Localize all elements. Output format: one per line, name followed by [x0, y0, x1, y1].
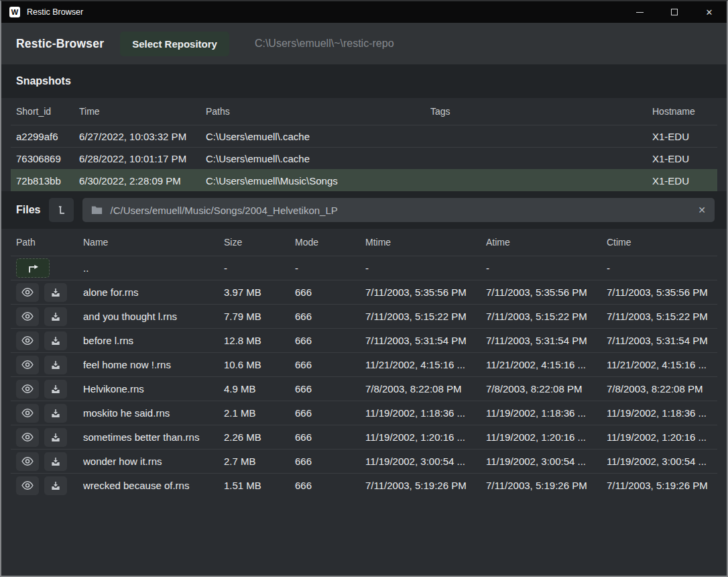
clear-path-icon[interactable]: ✕	[691, 205, 706, 215]
file-cell-mode: 666	[295, 456, 365, 467]
maximize-icon	[671, 9, 678, 15]
download-file-button[interactable]	[44, 428, 67, 447]
snapshots-table: Short_id Time Paths Tags Hostname a2299a…	[1, 98, 727, 191]
file-cell-mode: 666	[295, 383, 365, 395]
preview-file-button[interactable]	[16, 380, 39, 399]
repository-path: C:\Users\emuell\~\restic-repo	[255, 38, 394, 50]
file-cell-size: 7.79 MB	[224, 311, 295, 322]
file-cell-mode: 666	[295, 480, 365, 491]
file-cell-mtime: 7/11/2003, 5:19:26 PM	[365, 480, 486, 491]
file-cell-ctime: 11/21/2002, 4:15:16 ...	[607, 359, 717, 370]
preview-file-button[interactable]	[16, 283, 39, 302]
download-file-button[interactable]	[44, 452, 67, 471]
download-icon	[50, 360, 61, 370]
snapshot-row[interactable]: 763068696/28/2022, 10:01:17 PMC:\Users\e…	[11, 147, 717, 169]
snapshots-heading: Snapshots	[16, 75, 71, 87]
file-path-bar[interactable]: /C/Users/emuell/Music/Songs/2004_Helveti…	[82, 198, 715, 222]
preview-file-button[interactable]	[16, 476, 39, 495]
snapshots-table-body: a2299af66/27/2022, 10:03:32 PMC:\Users\e…	[1, 125, 727, 191]
file-actions	[16, 307, 83, 326]
file-cell-name: alone for.rns	[83, 286, 224, 298]
download-icon	[50, 311, 61, 322]
file-cell-mode: 666	[295, 431, 365, 443]
download-icon	[50, 335, 61, 346]
download-file-button[interactable]	[44, 356, 67, 374]
file-cell-mtime: 7/11/2003, 5:15:22 PM	[365, 311, 486, 322]
download-icon	[50, 480, 61, 491]
eye-icon	[21, 480, 34, 490]
download-icon	[50, 384, 61, 395]
eye-icon	[21, 311, 34, 321]
eye-icon	[21, 384, 34, 394]
app-title: Restic-Browser	[16, 37, 104, 51]
download-file-button[interactable]	[44, 380, 67, 399]
file-cell-size: 2.7 MB	[224, 456, 295, 467]
download-icon	[50, 408, 61, 419]
preview-file-button[interactable]	[16, 331, 39, 350]
file-cell-atime: 11/21/2002, 4:15:16 ...	[486, 359, 607, 370]
download-icon	[50, 287, 61, 298]
file-cell-mtime: 11/19/2002, 1:18:36 ...	[365, 407, 486, 419]
snapshots-section-header: Snapshots	[1, 64, 727, 98]
snapshot-row[interactable]: 72b813bb6/30/2022, 2:28:09 PMC:\Users\em…	[11, 169, 717, 191]
file-cell-size: 2.26 MB	[224, 431, 295, 443]
app-header: Restic-Browser Select Repository C:\User…	[1, 23, 727, 64]
file-actions	[16, 380, 83, 399]
navigate-up-button[interactable]	[16, 258, 50, 278]
file-actions	[16, 404, 83, 423]
file-row: sometimes better than.rns2.26 MB66611/19…	[11, 425, 717, 449]
column-header-atime: Atime	[486, 237, 607, 248]
file-row: wonder how it.rns2.7 MB66611/19/2002, 3:…	[11, 449, 717, 473]
file-cell-name: wonder how it.rns	[83, 456, 224, 467]
select-repository-button[interactable]: Select Repository	[120, 32, 229, 56]
parent-dir-row: .. - - - - -	[11, 256, 717, 280]
eye-icon	[21, 287, 34, 297]
eye-icon	[21, 360, 34, 370]
preview-file-button[interactable]	[16, 356, 39, 374]
preview-file-button[interactable]	[16, 452, 39, 471]
file-cell-mtime: 11/19/2002, 1:20:16 ...	[365, 431, 486, 443]
snapshot-cell-short_id: a2299af6	[16, 131, 79, 142]
file-cell-atime: 11/19/2002, 1:18:36 ...	[486, 407, 607, 419]
snapshot-cell-paths: C:\Users\emuell\.cache	[206, 153, 430, 164]
file-cell-mode: 666	[295, 286, 365, 298]
file-cell-atime: 11/19/2002, 1:20:16 ...	[486, 431, 607, 443]
files-section-header: Files /C/Users/emuell/Music/Songs/2004_H…	[1, 191, 727, 229]
content-background	[1, 497, 727, 576]
snapshot-cell-time: 6/27/2022, 10:03:32 PM	[79, 131, 206, 142]
file-cell-name: Helvikone.rns	[83, 383, 224, 395]
preview-file-button[interactable]	[16, 428, 39, 447]
file-cell-ctime: 11/19/2002, 1:20:16 ...	[607, 431, 717, 443]
file-cell-size: 10.6 MB	[224, 359, 295, 370]
file-cell-atime: 7/11/2003, 5:19:26 PM	[486, 480, 607, 491]
file-cell-size: 3.97 MB	[224, 286, 295, 298]
file-cell-ctime: 7/11/2003, 5:35:56 PM	[607, 286, 717, 298]
snapshot-row[interactable]: a2299af66/27/2022, 10:03:32 PMC:\Users\e…	[11, 125, 717, 147]
preview-file-button[interactable]	[16, 404, 39, 423]
download-file-button[interactable]	[44, 404, 67, 423]
file-cell-mtime: 7/11/2003, 5:31:54 PM	[365, 335, 486, 346]
tree-view-toggle-button[interactable]	[49, 198, 74, 222]
folder-icon	[91, 205, 103, 215]
app-logo-icon: W	[9, 7, 20, 17]
download-file-button[interactable]	[44, 283, 67, 302]
file-cell-name: sometimes better than.rns	[83, 431, 224, 443]
file-cell-atime: 7/11/2003, 5:15:22 PM	[486, 311, 607, 322]
parent-dir-ctime: -	[607, 262, 717, 274]
files-table-body: alone for.rns3.97 MB6667/11/2003, 5:35:5…	[1, 280, 727, 497]
download-file-button[interactable]	[44, 331, 67, 350]
file-cell-mode: 666	[295, 359, 365, 370]
download-file-button[interactable]	[44, 476, 67, 495]
snapshot-cell-paths: C:\Users\emuell\Music\Songs	[206, 175, 430, 187]
download-file-button[interactable]	[44, 307, 67, 326]
parent-dir-name: ..	[83, 262, 224, 274]
files-heading: Files	[16, 204, 40, 216]
column-header-time: Time	[79, 106, 206, 117]
maximize-button[interactable]	[657, 1, 692, 23]
preview-file-button[interactable]	[16, 307, 39, 326]
close-button[interactable]: ✕	[692, 1, 727, 23]
minimize-button[interactable]	[622, 1, 657, 23]
column-header-ctime: Ctime	[607, 237, 717, 248]
parent-dir-mode: -	[295, 262, 365, 274]
file-cell-atime: 7/11/2003, 5:35:56 PM	[486, 286, 607, 298]
